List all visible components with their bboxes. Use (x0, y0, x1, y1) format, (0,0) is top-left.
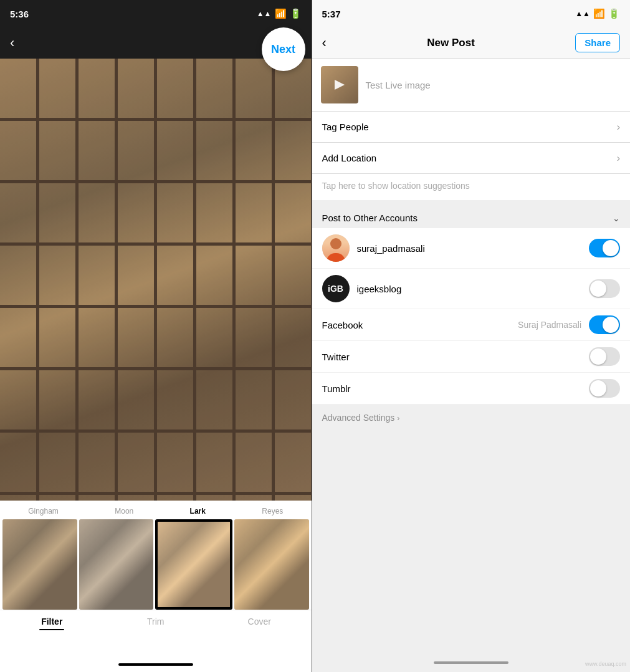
location-suggestion[interactable]: Tap here to show location suggestions (312, 174, 631, 205)
account-row-suraj: suraj_padmasali (312, 228, 631, 269)
social-name-tumblr: Tumblr (322, 383, 582, 394)
play-icon (335, 80, 345, 90)
toggle-knob-suraj (603, 240, 619, 256)
filter-moon[interactable]: Moon (115, 507, 133, 516)
social-account-facebook: Suraj Padmasali (518, 320, 581, 330)
left-back-button[interactable]: ‹ (10, 35, 14, 51)
location-hint: Tap here to show location suggestions (322, 181, 470, 191)
bottom-tabs: Filter Trim Cover (0, 610, 312, 660)
left-status-icons: ▲▲ 📶 🔋 (257, 8, 302, 19)
filter-thumb-lark[interactable] (155, 519, 232, 610)
battery-icon: 🔋 (290, 8, 302, 19)
toggle-igb[interactable] (589, 279, 620, 298)
social-row-tumblr: Tumblr (312, 373, 631, 405)
filter-reyes[interactable]: Reyes (262, 507, 283, 516)
right-signal-icon: ▲▲ (575, 9, 590, 18)
right-nav-bar: ‹ New Post Share (312, 27, 631, 59)
filter-thumb-reyes[interactable] (234, 519, 309, 610)
social-name-twitter: Twitter (322, 352, 582, 362)
signal-icon: ▲▲ (257, 9, 272, 18)
avatar-suraj (322, 234, 350, 262)
tab-cover[interactable]: Cover (208, 617, 312, 630)
filter-strip: Gingham Moon Lark Reyes (0, 501, 312, 610)
social-row-facebook: Facebook Suraj Padmasali (312, 309, 631, 341)
avatar-igb: iGB (322, 275, 350, 302)
social-row-twitter: Twitter (312, 341, 631, 373)
post-to-other-header[interactable]: Post to Other Accounts ⌄ (312, 205, 631, 228)
right-wifi-icon: 📶 (593, 8, 605, 19)
right-time: 5:37 (322, 9, 341, 19)
wifi-icon: 📶 (275, 8, 287, 19)
filter-gingham[interactable]: Gingham (28, 507, 59, 516)
right-status-icons: ▲▲ 📶 🔋 (575, 8, 620, 19)
tab-filter[interactable]: Filter (0, 617, 104, 630)
tag-people-row[interactable]: Tag People › (312, 112, 631, 143)
play-icon-overlay (321, 66, 358, 103)
toggle-knob-twitter (590, 348, 606, 365)
home-bar-right (434, 661, 508, 664)
advanced-arrow-icon: › (397, 414, 399, 423)
toggle-suraj[interactable] (589, 239, 620, 257)
home-bar-left (118, 663, 193, 666)
account-name-igb: igeeksblog (357, 284, 582, 294)
filter-names-row: Gingham Moon Lark Reyes (0, 501, 312, 519)
toggle-knob-tumblr (590, 380, 606, 396)
post-caption-area[interactable]: Test Live image (366, 66, 622, 103)
advanced-settings-row[interactable]: Advanced Settings › (312, 405, 631, 431)
left-status-bar: 5:36 ▲▲ 📶 🔋 (0, 0, 312, 27)
toggle-knob-igb (590, 281, 606, 297)
account-row-igb: iGB igeeksblog (312, 269, 631, 309)
post-preview: Test Live image (312, 59, 631, 112)
social-name-facebook: Facebook (322, 320, 518, 330)
page-title: New Post (427, 37, 475, 49)
next-button[interactable]: Next (262, 27, 305, 71)
main-image (0, 59, 312, 501)
add-location-row[interactable]: Add Location › (312, 143, 631, 174)
filter-thumb-moon[interactable] (79, 519, 154, 610)
left-panel: 5:36 ▲▲ 📶 🔋 ‹ 🔊 Next Gingham Moon Lark R… (0, 0, 312, 672)
tab-trim[interactable]: Trim (104, 617, 208, 630)
caption-text: Test Live image (366, 80, 431, 90)
chevron-down-icon: ⌄ (613, 213, 620, 223)
toggle-facebook[interactable] (589, 315, 620, 334)
filter-thumbnails (0, 519, 312, 610)
tag-people-label: Tag People (322, 122, 369, 132)
account-name-suraj: suraj_padmasali (357, 243, 582, 254)
toggle-knob-facebook (603, 317, 619, 333)
filter-thumb-gingham[interactable] (2, 519, 77, 610)
toggle-twitter[interactable] (589, 347, 620, 366)
share-button[interactable]: Share (575, 33, 620, 52)
add-location-label: Add Location (322, 153, 377, 163)
post-thumbnail (321, 66, 358, 103)
post-to-other-label: Post to Other Accounts (322, 213, 418, 223)
right-back-button[interactable]: ‹ (322, 35, 327, 51)
tag-people-chevron: › (617, 122, 620, 133)
filter-lark[interactable]: Lark (190, 507, 206, 516)
shelf-overlay (0, 59, 312, 501)
left-time: 5:36 (10, 9, 29, 19)
advanced-settings-label: Advanced Settings › (322, 413, 400, 423)
home-indicator-left (0, 660, 312, 672)
add-location-chevron: › (617, 153, 620, 164)
right-panel: 5:37 ▲▲ 📶 🔋 ‹ New Post Share Test Live i… (312, 0, 631, 672)
home-indicator-right (312, 653, 631, 672)
right-status-bar: 5:37 ▲▲ 📶 🔋 (312, 0, 631, 27)
right-battery-icon: 🔋 (608, 8, 620, 19)
toggle-tumblr[interactable] (589, 379, 620, 398)
